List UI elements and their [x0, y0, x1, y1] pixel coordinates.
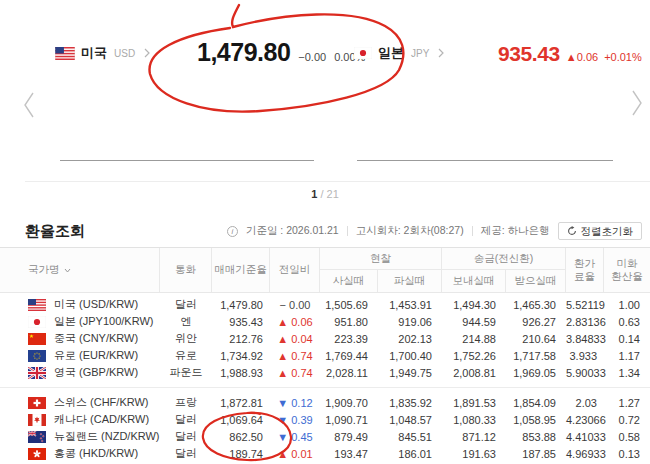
daily-change-cell: ▲ 0.06	[270, 316, 320, 328]
carousel-next-button[interactable]	[630, 88, 646, 118]
table-row[interactable]: 뉴질랜드 (NZD/KRW) 달러 862.50 ▼ 0.45 879.49 8…	[0, 428, 650, 445]
usd-code-label: USD	[114, 48, 135, 59]
transfer-send-cell: 1,891.53	[442, 397, 506, 409]
cash-sell-cell: 1,835.92	[378, 397, 442, 409]
rates-info-bar: i 기준일 : 2026.01.21 고시회차: 2회차(08:27) 제공: …	[227, 222, 642, 241]
cash-buy-cell: 951.80	[320, 316, 378, 328]
gb-flag-icon	[28, 367, 46, 379]
carousel-prev-button[interactable]	[22, 90, 38, 120]
table-row[interactable]: 영국 (GBP/KRW) 파운드 1,988.93 ▲ 0.74 2,028.1…	[0, 364, 650, 381]
currency-name-cell: 파운드	[160, 365, 212, 380]
fee-rate-cell: 3.933	[566, 350, 604, 362]
chart-baseline-right	[357, 160, 613, 161]
chevron-right-icon	[144, 48, 150, 58]
base-rate-cell: 1,988.93	[212, 367, 270, 379]
table-row[interactable]: 스위스 (CHF/KRW) 프랑 1,872.81 ▼ 0.12 1,909.7…	[0, 394, 650, 411]
cash-buy-cell: 879.49	[320, 431, 378, 443]
jpy-country-label: 일본	[378, 44, 404, 62]
jpy-summary-link[interactable]: 일본 JPY	[354, 44, 444, 62]
currency-name-cell: 위안	[160, 331, 212, 346]
country-pair-label: 미국 (USD/KRW)	[54, 297, 138, 312]
daily-change-cell: ▼ 0.39	[270, 414, 320, 426]
usd-conversion-cell: 1.27	[604, 397, 650, 409]
currency-name-cell: 달러	[160, 412, 212, 427]
table-row[interactable]: 미국 (USD/KRW) 달러 1,479.80 − 0.00 1,505.69…	[0, 296, 650, 313]
usd-conversion-cell: 0.14	[604, 333, 650, 345]
transfer-receive-cell: 1,854.09	[506, 397, 566, 409]
cash-buy-cell: 2,028.11	[320, 367, 378, 379]
us-flag-icon	[55, 47, 75, 60]
transfer-receive-cell: 1,465.30	[506, 299, 566, 311]
fee-rate-cell: 5.52119	[566, 299, 604, 311]
transfer-send-cell: 1,752.26	[442, 350, 506, 362]
table-row[interactable]: 홍콩 (HKD/KRW) 달러 189.74 ▲ 0.01 193.47 186…	[0, 445, 650, 462]
cash-sell-cell: 1,949.75	[378, 367, 442, 379]
cash-sell-cell: 202.13	[378, 333, 442, 345]
cash-buy-cell: 1,909.70	[320, 397, 378, 409]
header-send: 보내실때	[442, 270, 506, 292]
cn-flag-icon	[28, 333, 46, 345]
transfer-receive-cell: 210.64	[506, 333, 566, 345]
daily-change-cell: − 0.00	[270, 299, 320, 311]
currency-name-cell: 달러	[160, 446, 212, 461]
fee-rate-cell: 4.96933	[566, 448, 604, 460]
page-title: 환율조회	[25, 222, 85, 241]
header-country-sort[interactable]: 국가명	[0, 248, 160, 292]
base-rate-cell: 1,069.64	[212, 414, 270, 426]
table-row[interactable]: 일본 (JPY100/KRW) 엔 935.43 ▲ 0.06 951.80 9…	[0, 313, 650, 330]
transfer-receive-cell: 1,969.05	[506, 367, 566, 379]
usd-country-label: 미국	[81, 44, 107, 62]
fee-rate-cell: 2.83136	[566, 316, 604, 328]
fee-rate-cell: 4.41033	[566, 431, 604, 443]
table-row[interactable]: 중국 (CNY/KRW) 위안 212.76 ▲ 0.04 223.39 202…	[0, 330, 650, 347]
sort-reset-button[interactable]: 정렬초기화	[558, 222, 643, 241]
transfer-receive-cell: 926.27	[506, 316, 566, 328]
header-transfer-group: 송금(전신환)	[442, 248, 566, 270]
header-cash-buy: 사실때	[320, 270, 378, 292]
table-group-divider	[0, 387, 650, 388]
transfer-receive-cell: 1,058.95	[506, 414, 566, 426]
transfer-receive-cell: 1,717.58	[506, 350, 566, 362]
daily-change-cell: ▲ 0.74	[270, 350, 320, 362]
provider-label: 제공: 하나은행	[481, 224, 550, 238]
jpy-change-value: ▲0.06	[566, 51, 598, 63]
base-date-label: 기준일 : 2026.01.21	[246, 224, 339, 238]
info-icon: i	[227, 226, 238, 237]
country-pair-label: 일본 (JPY100/KRW)	[54, 314, 153, 329]
country-pair-label: 홍콩 (HKD/KRW)	[54, 446, 138, 461]
transfer-send-cell: 1,494.30	[442, 299, 506, 311]
us-flag-icon	[28, 299, 46, 311]
sort-caret-icon	[64, 268, 71, 273]
cash-buy-cell: 1,769.44	[320, 350, 378, 362]
table-row[interactable]: 유로 (EUR/KRW) 유로 1,734.92 ▲ 0.74 1,769.44…	[0, 347, 650, 364]
cash-buy-cell: 1,505.69	[320, 299, 378, 311]
refresh-icon	[567, 226, 577, 236]
cash-sell-cell: 1,700.40	[378, 350, 442, 362]
transfer-send-cell: 2,008.81	[442, 367, 506, 379]
base-rate-cell: 189.74	[212, 448, 270, 460]
usd-rate-value: 1,479.80	[197, 38, 290, 67]
cash-sell-cell: 186.01	[378, 448, 442, 460]
fee-rate-cell: 4.23066	[566, 414, 604, 426]
cash-sell-cell: 919.06	[378, 316, 442, 328]
fee-rate-cell: 5.90033	[566, 367, 604, 379]
transfer-send-cell: 214.88	[442, 333, 506, 345]
daily-change-cell: ▼ 0.45	[270, 431, 320, 443]
sort-reset-label: 정렬초기화	[581, 226, 634, 237]
nz-flag-icon	[28, 431, 46, 443]
cash-buy-cell: 193.47	[320, 448, 378, 460]
daily-change-cell: ▲ 0.04	[270, 333, 320, 345]
chevron-right-icon	[438, 48, 444, 58]
exchange-rate-table: 국가명 통화 매매기준율 전일비 현찰 송금(전신환) 사실때 파실때 보내실때…	[0, 247, 650, 462]
table-row[interactable]: 캐나다 (CAD/KRW) 달러 1,069.64 ▼ 0.39 1,090.7…	[0, 411, 650, 428]
pagination-total: / 21	[317, 188, 338, 200]
fee-rate-cell: 2.03	[566, 397, 604, 409]
base-rate-cell: 1,872.81	[212, 397, 270, 409]
info-separator	[347, 226, 348, 236]
fee-rate-cell: 3.84833	[566, 333, 604, 345]
transfer-send-cell: 944.59	[442, 316, 506, 328]
usd-summary-link[interactable]: 미국 USD	[55, 44, 150, 62]
usd-rate-display: 1,479.80 −0.00 0.00%	[197, 38, 365, 67]
country-pair-label: 캐나다 (CAD/KRW)	[54, 412, 149, 427]
daily-change-cell: ▲ 0.01	[270, 448, 320, 460]
